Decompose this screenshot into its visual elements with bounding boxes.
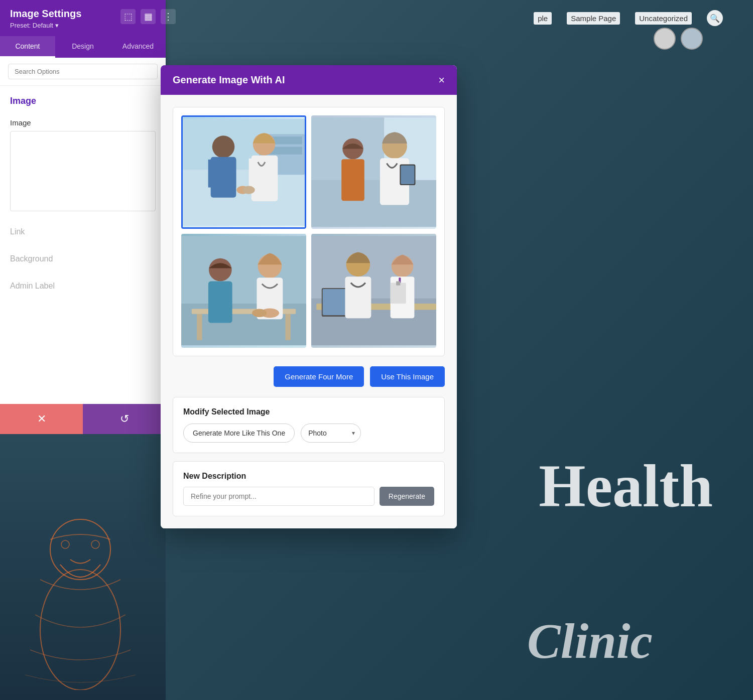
sidebar-header-actions: ⬚ ▦ ⋮ <box>120 9 176 24</box>
modal-close-button[interactable]: × <box>438 75 445 86</box>
bottom-action-bar: ✕ ↺ <box>0 404 166 434</box>
description-input[interactable] <box>183 487 374 506</box>
svg-rect-25 <box>401 166 414 184</box>
layout-icon[interactable]: ▦ <box>141 9 156 24</box>
background-field-label[interactable]: Background <box>0 245 166 272</box>
decorative-illustration <box>10 489 151 690</box>
nav-item-uncategorized[interactable]: Uncategorized <box>635 12 692 25</box>
svg-rect-32 <box>286 314 291 340</box>
grid-image-2[interactable] <box>311 115 436 229</box>
modal-header: Generate Image With AI × <box>161 65 457 95</box>
svg-rect-5 <box>183 170 305 225</box>
illustration-panel <box>0 434 166 700</box>
svg-rect-50 <box>396 282 400 286</box>
new-description-section: New Description Regenerate <box>173 461 445 516</box>
admin-label-field[interactable]: Admin Label <box>0 272 166 300</box>
tab-content[interactable]: Content <box>0 36 55 58</box>
ai-modal: Generate Image With AI × <box>161 65 457 528</box>
image-grid <box>173 107 445 356</box>
image-field: Image <box>0 111 166 218</box>
svg-point-3 <box>91 540 99 548</box>
grid-image-4[interactable] <box>311 234 436 347</box>
search-input[interactable] <box>8 64 158 79</box>
generate-more-like-button[interactable]: Generate More Like This One <box>183 424 295 443</box>
avatar-1 <box>654 28 676 50</box>
delete-button[interactable]: ✕ <box>0 404 83 434</box>
more-options-icon[interactable]: ⋮ <box>161 9 176 24</box>
sidebar-tabs: Content Design Advanced <box>0 36 166 58</box>
regenerate-button[interactable]: Regenerate <box>380 487 434 506</box>
svg-point-1 <box>40 570 120 690</box>
generate-four-more-button[interactable]: Generate Four More <box>274 366 364 387</box>
modify-controls-row: Generate More Like This One Photo Illust… <box>183 424 434 443</box>
style-select[interactable]: Photo Illustration Watercolor Digital Ar… <box>301 424 361 443</box>
screen-icon[interactable]: ⬚ <box>120 9 136 24</box>
nav-item-ple[interactable]: ple <box>534 12 552 25</box>
section-title: Image <box>10 96 156 106</box>
svg-rect-34 <box>208 282 232 323</box>
modal-body: Generate Four More Use This Image Modify… <box>161 95 457 528</box>
bg-clinic-text: Clinic <box>527 612 653 670</box>
search-icon[interactable]: 🔍 <box>707 10 723 26</box>
svg-rect-45 <box>345 277 371 319</box>
modal-title: Generate Image With AI <box>173 74 285 86</box>
grid-image-1[interactable] <box>181 115 306 229</box>
image-field-label: Image <box>10 118 156 127</box>
sidebar-header: Image Settings Preset: Default ▾ ⬚ ▦ ⋮ <box>0 0 166 36</box>
svg-rect-15 <box>249 159 258 189</box>
reset-button[interactable]: ↺ <box>83 404 166 434</box>
sidebar-panel: Image Settings Preset: Default ▾ ⬚ ▦ ⋮ C… <box>0 0 166 437</box>
sidebar-search-area <box>0 58 166 86</box>
svg-rect-11 <box>208 160 218 188</box>
svg-point-18 <box>242 186 255 194</box>
bg-health-text: Health <box>539 452 713 521</box>
image-section: Image <box>0 86 166 111</box>
use-this-image-button[interactable]: Use This Image <box>370 366 445 387</box>
grid-image-3[interactable] <box>181 234 306 347</box>
svg-rect-16 <box>262 159 272 189</box>
svg-point-2 <box>61 540 69 548</box>
nav-item-sample-page[interactable]: Sample Page <box>567 12 620 25</box>
svg-rect-49 <box>391 283 406 304</box>
avatar-group <box>654 28 703 50</box>
svg-point-9 <box>212 135 235 158</box>
modify-section-title: Modify Selected Image <box>183 407 434 416</box>
link-field-label[interactable]: Link <box>0 218 166 245</box>
avatar-2 <box>681 28 703 50</box>
svg-point-0 <box>50 519 110 580</box>
svg-rect-31 <box>197 314 202 340</box>
svg-rect-12 <box>223 160 236 188</box>
new-description-title: New Description <box>183 472 434 481</box>
style-select-wrapper: Photo Illustration Watercolor Digital Ar… <box>301 424 361 443</box>
tab-design[interactable]: Design <box>55 36 110 58</box>
modify-section: Modify Selected Image Generate More Like… <box>173 397 445 453</box>
action-buttons: Generate Four More Use This Image <box>173 366 445 387</box>
image-upload-box[interactable] <box>10 131 156 211</box>
top-navigation: ple Sample Page Uncategorized 🔍 <box>534 10 723 26</box>
svg-rect-27 <box>341 159 364 201</box>
svg-point-38 <box>252 309 267 318</box>
svg-rect-20 <box>311 180 436 227</box>
tab-advanced[interactable]: Advanced <box>110 36 166 58</box>
svg-point-33 <box>209 258 232 282</box>
description-input-row: Regenerate <box>183 487 434 506</box>
